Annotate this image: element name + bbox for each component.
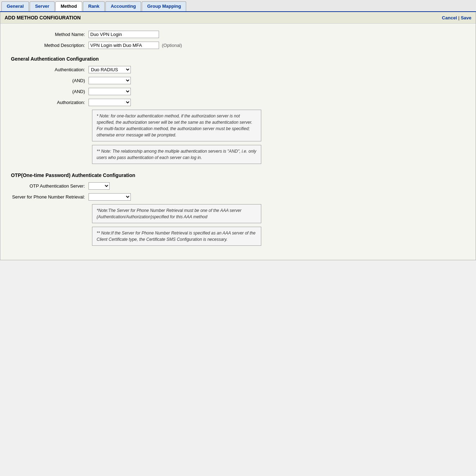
main-content: ADD METHOD CONFIGURATION Cancel | Save M…	[0, 12, 476, 260]
cancel-link[interactable]: Cancel	[442, 15, 457, 20]
otp-note2-text: ** Note:If the Server for Phone Number R…	[97, 231, 256, 242]
authentication-row: Authentication: Duo RADIUS	[11, 66, 465, 73]
authorization-label: Authorization:	[11, 100, 89, 105]
method-description-row: Method Description: (Optional)	[11, 42, 465, 49]
and1-label: (AND)	[11, 78, 89, 83]
otp-section-title: OTP(One-time Password) Authenticate Conf…	[11, 172, 465, 178]
otp-note1-text: *Note:The Server for Phone Number Retrie…	[97, 208, 242, 219]
page-title: ADD METHOD CONFIGURATION	[5, 15, 81, 20]
tab-rank[interactable]: Rank	[83, 1, 105, 11]
method-description-input[interactable]	[89, 42, 159, 49]
otp-note2-box: ** Note:If the Server for Phone Number R…	[92, 227, 261, 246]
and2-row: (AND)	[11, 88, 465, 95]
otp-note1-box: *Note:The Server for Phone Number Retrie…	[92, 204, 261, 223]
general-auth-section-title: General Authentication Configuration	[11, 56, 465, 62]
phone-retrieval-label: Server for Phone Number Retrieval:	[11, 194, 89, 200]
authorization-select[interactable]	[89, 99, 131, 106]
and2-select[interactable]	[89, 88, 131, 95]
authentication-select[interactable]: Duo RADIUS	[89, 66, 131, 73]
otp-auth-select[interactable]	[89, 182, 110, 190]
method-name-input[interactable]	[89, 31, 159, 38]
form-area: Method Name: Method Description: (Option…	[0, 24, 476, 260]
method-description-label: Method Description:	[11, 43, 89, 48]
otp-auth-label: OTP Authentication Server:	[11, 183, 89, 189]
and1-select[interactable]	[89, 77, 131, 84]
authentication-label: Authentication:	[11, 67, 89, 72]
tab-group-mapping[interactable]: Group Mapping	[142, 1, 186, 11]
tab-general[interactable]: General	[1, 1, 29, 11]
authorization-row: Authorization:	[11, 99, 465, 106]
action-separator: |	[458, 15, 461, 20]
auth-note2-text: ** Note: The relationship among the mult…	[97, 149, 256, 160]
tab-server[interactable]: Server	[30, 1, 54, 11]
auth-note1-text: * Note: for one-factor authentication me…	[97, 114, 252, 138]
method-name-row: Method Name:	[11, 31, 465, 38]
tab-method[interactable]: Method	[55, 1, 82, 11]
and1-row: (AND)	[11, 77, 465, 84]
auth-note1-box: * Note: for one-factor authentication me…	[92, 110, 261, 141]
optional-label: (Optional)	[162, 43, 182, 48]
phone-retrieval-select[interactable]	[89, 193, 131, 201]
tab-accounting[interactable]: Accounting	[105, 1, 141, 11]
tab-bar: General Server Method Rank Accounting Gr…	[0, 0, 476, 12]
save-link[interactable]: Save	[461, 15, 471, 20]
method-name-label: Method Name:	[11, 32, 89, 37]
phone-retrieval-row: Server for Phone Number Retrieval:	[11, 193, 465, 201]
header-actions: Cancel | Save	[442, 15, 471, 20]
auth-note2-box: ** Note: The relationship among the mult…	[92, 145, 261, 164]
content-header: ADD METHOD CONFIGURATION Cancel | Save	[0, 12, 476, 24]
and2-label: (AND)	[11, 89, 89, 94]
otp-auth-row: OTP Authentication Server:	[11, 182, 465, 190]
